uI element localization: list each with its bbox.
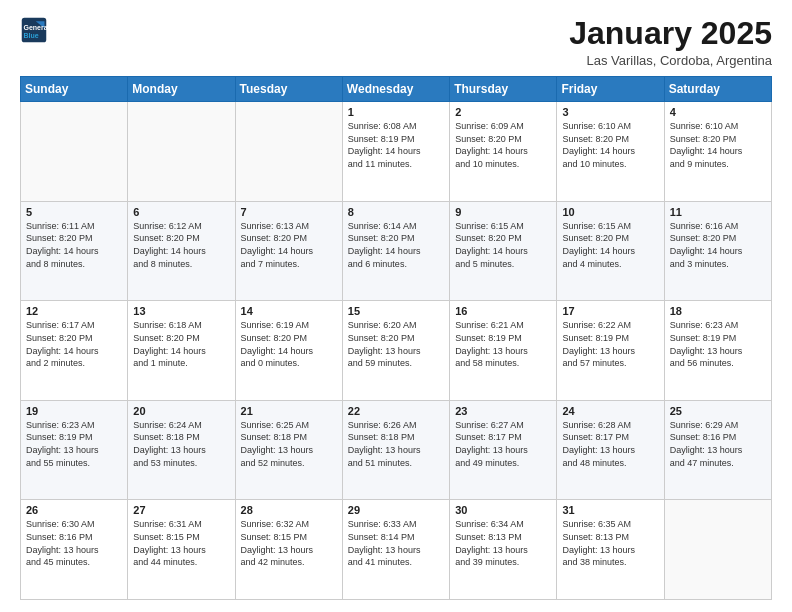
cell-text-line: Daylight: 13 hours [348,345,444,358]
day-number: 11 [670,206,766,218]
day-number: 9 [455,206,551,218]
cell-text-line: and 59 minutes. [348,357,444,370]
cell-text-line: Sunset: 8:18 PM [133,431,229,444]
calendar-cell: 25Sunrise: 6:29 AMSunset: 8:16 PMDayligh… [664,400,771,500]
cell-text-line: Daylight: 13 hours [241,444,337,457]
cell-text-line: Sunrise: 6:26 AM [348,419,444,432]
logo: General Blue [20,16,48,44]
cell-text-line: Sunrise: 6:28 AM [562,419,658,432]
cell-text-line: Sunrise: 6:14 AM [348,220,444,233]
day-number: 5 [26,206,122,218]
cell-text-line: Daylight: 14 hours [670,145,766,158]
cell-text-line: Sunrise: 6:33 AM [348,518,444,531]
cell-text-line: Sunset: 8:16 PM [670,431,766,444]
cell-text-line: Sunset: 8:13 PM [562,531,658,544]
cell-text-line: and 48 minutes. [562,457,658,470]
cell-text-line: Daylight: 13 hours [133,544,229,557]
day-number: 16 [455,305,551,317]
calendar-cell: 13Sunrise: 6:18 AMSunset: 8:20 PMDayligh… [128,301,235,401]
cell-text-line: Daylight: 13 hours [348,544,444,557]
calendar-cell: 19Sunrise: 6:23 AMSunset: 8:19 PMDayligh… [21,400,128,500]
week-row-2: 5Sunrise: 6:11 AMSunset: 8:20 PMDaylight… [21,201,772,301]
cell-text-line: Sunrise: 6:15 AM [562,220,658,233]
cell-text-line: Daylight: 13 hours [133,444,229,457]
calendar-cell: 18Sunrise: 6:23 AMSunset: 8:19 PMDayligh… [664,301,771,401]
cell-text-line: Sunset: 8:16 PM [26,531,122,544]
calendar-cell: 28Sunrise: 6:32 AMSunset: 8:15 PMDayligh… [235,500,342,600]
day-number: 21 [241,405,337,417]
cell-text-line: Daylight: 13 hours [455,444,551,457]
cell-text-line: Daylight: 13 hours [670,444,766,457]
cell-text-line: Sunrise: 6:12 AM [133,220,229,233]
page: General Blue January 2025 Las Varillas, … [0,0,792,612]
cell-text-line: Sunset: 8:20 PM [562,133,658,146]
calendar-cell: 10Sunrise: 6:15 AMSunset: 8:20 PMDayligh… [557,201,664,301]
day-number: 6 [133,206,229,218]
cell-text-line: Sunset: 8:18 PM [241,431,337,444]
cell-text-line: Daylight: 14 hours [455,245,551,258]
cell-text-line: Daylight: 14 hours [348,145,444,158]
day-number: 8 [348,206,444,218]
day-number: 24 [562,405,658,417]
cell-text-line: Daylight: 14 hours [241,345,337,358]
cell-text-line: Daylight: 13 hours [241,544,337,557]
cell-text-line: and 52 minutes. [241,457,337,470]
cell-text-line: Daylight: 14 hours [133,345,229,358]
cell-text-line: Sunset: 8:13 PM [455,531,551,544]
cell-text-line: Sunrise: 6:16 AM [670,220,766,233]
cell-text-line: Sunrise: 6:17 AM [26,319,122,332]
cell-text-line: Sunset: 8:19 PM [348,133,444,146]
cell-text-line: Sunrise: 6:34 AM [455,518,551,531]
day-number: 1 [348,106,444,118]
day-number: 26 [26,504,122,516]
cell-text-line: and 57 minutes. [562,357,658,370]
week-row-4: 19Sunrise: 6:23 AMSunset: 8:19 PMDayligh… [21,400,772,500]
cell-text-line: Sunrise: 6:32 AM [241,518,337,531]
weekday-header-sunday: Sunday [21,77,128,102]
cell-text-line: and 0 minutes. [241,357,337,370]
weekday-header-row: SundayMondayTuesdayWednesdayThursdayFrid… [21,77,772,102]
day-number: 14 [241,305,337,317]
cell-text-line: and 3 minutes. [670,258,766,271]
cell-text-line: Sunset: 8:17 PM [562,431,658,444]
cell-text-line: and 2 minutes. [26,357,122,370]
calendar-cell [128,102,235,202]
calendar-cell: 31Sunrise: 6:35 AMSunset: 8:13 PMDayligh… [557,500,664,600]
day-number: 2 [455,106,551,118]
cell-text-line: Daylight: 13 hours [562,544,658,557]
cell-text-line: Sunrise: 6:10 AM [562,120,658,133]
cell-text-line: Sunrise: 6:20 AM [348,319,444,332]
cell-text-line: Sunrise: 6:25 AM [241,419,337,432]
cell-text-line: Sunset: 8:20 PM [241,332,337,345]
day-number: 18 [670,305,766,317]
svg-text:General: General [24,24,49,31]
cell-text-line: Daylight: 13 hours [348,444,444,457]
cell-text-line: and 41 minutes. [348,556,444,569]
cell-text-line: Sunset: 8:15 PM [133,531,229,544]
weekday-header-monday: Monday [128,77,235,102]
cell-text-line: Sunset: 8:19 PM [455,332,551,345]
week-row-5: 26Sunrise: 6:30 AMSunset: 8:16 PMDayligh… [21,500,772,600]
cell-text-line: Daylight: 13 hours [26,444,122,457]
cell-text-line: Sunset: 8:20 PM [348,332,444,345]
cell-text-line: and 10 minutes. [562,158,658,171]
cell-text-line: and 6 minutes. [348,258,444,271]
cell-text-line: Sunset: 8:14 PM [348,531,444,544]
calendar-cell: 9Sunrise: 6:15 AMSunset: 8:20 PMDaylight… [450,201,557,301]
day-number: 30 [455,504,551,516]
cell-text-line: Sunrise: 6:11 AM [26,220,122,233]
day-number: 3 [562,106,658,118]
week-row-1: 1Sunrise: 6:08 AMSunset: 8:19 PMDaylight… [21,102,772,202]
cell-text-line: Sunrise: 6:24 AM [133,419,229,432]
logo-icon: General Blue [20,16,48,44]
calendar-cell: 4Sunrise: 6:10 AMSunset: 8:20 PMDaylight… [664,102,771,202]
cell-text-line: Sunrise: 6:31 AM [133,518,229,531]
header: General Blue January 2025 Las Varillas, … [20,16,772,68]
calendar-cell [235,102,342,202]
calendar-cell: 1Sunrise: 6:08 AMSunset: 8:19 PMDaylight… [342,102,449,202]
calendar-cell: 8Sunrise: 6:14 AMSunset: 8:20 PMDaylight… [342,201,449,301]
calendar-cell: 12Sunrise: 6:17 AMSunset: 8:20 PMDayligh… [21,301,128,401]
calendar-cell: 14Sunrise: 6:19 AMSunset: 8:20 PMDayligh… [235,301,342,401]
cell-text-line: Sunset: 8:20 PM [455,133,551,146]
calendar-table: SundayMondayTuesdayWednesdayThursdayFrid… [20,76,772,600]
